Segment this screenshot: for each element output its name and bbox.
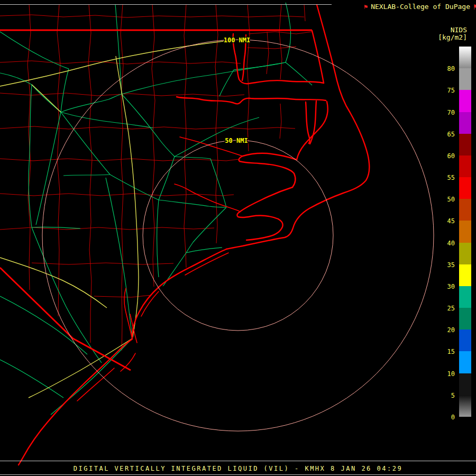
scale-heading: NIDS [kg/m2] (438, 26, 467, 41)
colorbar-segment (459, 351, 471, 373)
range-ring-50nmi (143, 140, 333, 331)
colorbar-segment (459, 264, 471, 286)
colorbar-tick-label: 15 (437, 333, 455, 355)
radar-map: 100 NMI 50 NMI (0, 0, 476, 476)
colorbar-tick-label: 35 (437, 246, 455, 268)
colorbar-segment (459, 373, 471, 395)
colorbar-segment (459, 134, 471, 155)
colorbar-tick-label: 30 (437, 268, 455, 290)
range-ring-100nmi (42, 40, 434, 431)
cod-logo-icon: ⚑ (473, 4, 476, 10)
radar-display: 100 NMI 50 NMI ⚑ NEXLAB-College of DuPag… (0, 0, 476, 476)
colorbar-segment (459, 199, 471, 221)
colorbar-segment (459, 395, 471, 417)
colorbar-segment (459, 47, 471, 68)
cod-logo-icon: ⚑ (364, 4, 368, 10)
colorbar-segment (459, 286, 471, 308)
header-attribution: ⚑ NEXLAB-College of DuPage ⚑ (364, 3, 475, 11)
colorbar-tick-label: 20 (437, 312, 455, 333)
colorbar-tick-label: 0 (437, 399, 455, 420)
colorbar (459, 47, 471, 417)
coastline (19, 5, 369, 465)
frame-line-top (0, 4, 332, 5)
colorbar-segment (459, 243, 471, 264)
range-ring-label-100nmi: 100 NMI (224, 36, 251, 44)
scale-units: [kg/m2] (438, 34, 467, 41)
colorbar-tick-label: 70 (437, 94, 455, 115)
range-rings (42, 40, 434, 431)
colorbar-segment (459, 155, 471, 177)
colorbar-segment (459, 68, 471, 90)
colorbar-tick-label: 5 (437, 377, 455, 399)
range-ring-label-50nmi: 50 NMI (225, 137, 248, 144)
colorbar-segment (459, 112, 471, 134)
colorbar-tick-label: 40 (437, 224, 455, 246)
colorbar-tick-label: 75 (437, 72, 455, 94)
road-network-green (0, 3, 312, 415)
colorbar-segment (459, 90, 471, 112)
colorbar-tick-label: 25 (437, 290, 455, 312)
colorbar-segment (459, 329, 471, 351)
colorbar-tick-label: 50 (437, 181, 455, 203)
product-title: DIGITAL VERTICALLY INTEGRATED LIQUID (VI… (0, 465, 476, 472)
colorbar-tick-label: 80 (437, 50, 455, 72)
colorbar-tick-label: 10 (437, 355, 455, 377)
scale-title: NIDS (438, 26, 467, 34)
colorbar-segment (459, 308, 471, 329)
colorbar-tick-label: 65 (437, 116, 455, 138)
attribution-text: NEXLAB-College of DuPage (371, 3, 470, 11)
colorbar-labels: 80757065605550454035302520151050 (437, 47, 455, 417)
colorbar-segment (459, 221, 471, 242)
colorbar-segment (459, 177, 471, 199)
colorbar-tick-label: 55 (437, 159, 455, 181)
colorbar-tick-label: 60 (437, 138, 455, 159)
frame-line-footer-top (0, 461, 476, 461)
colorbar-tick-label: 45 (437, 203, 455, 224)
frame-line-footer-bottom (0, 474, 476, 475)
